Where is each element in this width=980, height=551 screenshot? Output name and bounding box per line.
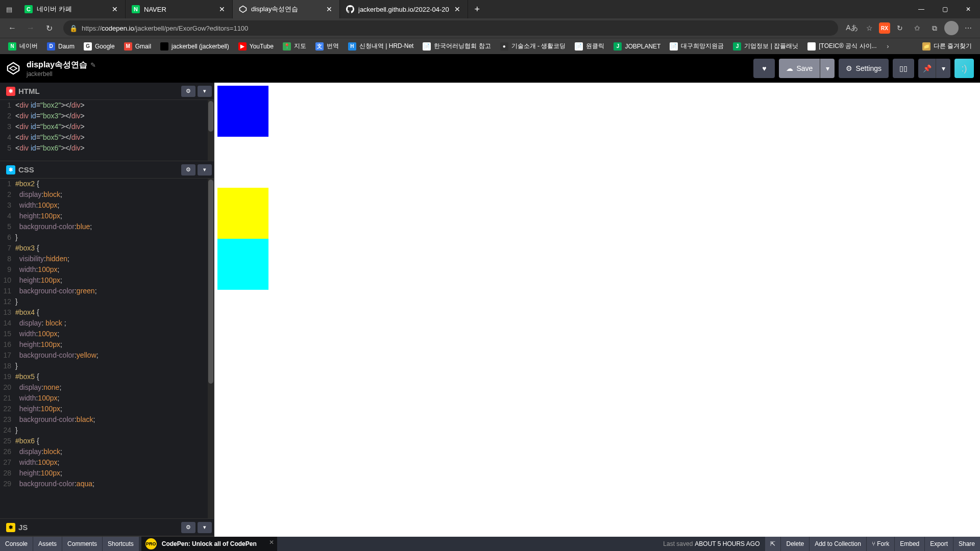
css-editor-label[interactable]: ✱ CSS [0, 161, 40, 178]
css-editor-body[interactable]: 1234567891011121314151617181920212223242… [0, 179, 214, 518]
css-scrollbar[interactable] [208, 179, 214, 518]
window-close-button[interactable]: ✕ [957, 0, 980, 18]
bookmark-item[interactable]: MGmail [120, 39, 155, 54]
bookmark-item[interactable]: [TOEIC® 공식 사이... [803, 39, 880, 54]
browser-tab[interactable]: C네이버 카페✕ [18, 0, 126, 18]
new-tab-button[interactable]: + [468, 4, 486, 15]
url-input[interactable]: 🔒 https://codepen.io/jackerbell/pen/Exor… [63, 20, 838, 36]
bookmark-item[interactable]: 📄대구희망지원금 [666, 39, 728, 54]
js-editor-header: ✱ JS ⚙ ▾ [0, 519, 214, 536]
tab-close-icon[interactable]: ✕ [453, 5, 461, 13]
export-button[interactable]: Export [925, 537, 953, 551]
tab-title: 네이버 카페 [37, 5, 107, 14]
bookmark-item[interactable]: ▶YouTube [234, 39, 278, 54]
svg-marker-0 [240, 6, 247, 13]
refresh-button[interactable]: ↻ [41, 20, 57, 36]
window-maximize-button[interactable]: ▢ [933, 0, 957, 18]
pin-options-button[interactable]: ▾ [936, 59, 950, 78]
browser-tab[interactable]: display속성연습✕ [233, 0, 340, 18]
bookmark-item[interactable]: 📍지도 [279, 39, 310, 54]
promo-close-button[interactable]: ✕ [269, 539, 274, 546]
codepen-logo-icon[interactable] [6, 61, 20, 76]
bookmark-item[interactable]: ●기술소개 - 생활코딩 [496, 39, 570, 54]
css-settings-button[interactable]: ⚙ [181, 164, 195, 176]
user-avatar[interactable]: :) [954, 59, 974, 78]
browser-addressbar: ← → ↻ 🔒 https://codepen.io/jackerbell/pe… [0, 18, 980, 38]
share-button[interactable]: Share [953, 537, 980, 551]
browser-tab[interactable]: jackerbell.github.io/2022-04-20✕ [340, 0, 468, 18]
bookmark-item[interactable]: GGoogle [80, 39, 119, 54]
bookmark-item[interactable]: J기업정보 | 잡플래닛 [729, 39, 802, 54]
edit-icon[interactable]: ✎ [90, 61, 96, 69]
heart-button[interactable]: ♥ [753, 59, 775, 78]
other-bookmarks-button[interactable]: 📁다른 즐겨찾기 [918, 39, 976, 54]
comments-button[interactable]: Comments [62, 537, 102, 551]
html-editor-label[interactable]: ✱ HTML [0, 83, 46, 99]
preview-pane [214, 83, 980, 537]
browser-tab[interactable]: NNAVER✕ [126, 0, 233, 18]
forward-button[interactable]: → [22, 20, 39, 36]
bookmark-item[interactable]: 📄원클릭 [571, 39, 608, 54]
bookmark-item[interactable]: 文번역 [311, 39, 343, 54]
bookmark-item[interactable]: N네이버 [4, 39, 42, 54]
pen-author[interactable]: jackerbell [27, 70, 96, 78]
css-editor-header: ✱ CSS ⚙ ▾ [0, 161, 214, 179]
save-button[interactable]: ☁ Save [779, 59, 820, 78]
save-options-button[interactable]: ▾ [820, 59, 835, 78]
settings-button[interactable]: ⚙ Settings [839, 59, 889, 78]
cloud-icon: ☁ [786, 64, 793, 72]
bookmark-label: 대구희망지원금 [681, 42, 724, 51]
pen-title[interactable]: display속성연습 [27, 60, 87, 70]
html-editor-body[interactable]: 12345 <div id="box2"></div><div id="box3… [0, 100, 214, 161]
embed-button[interactable]: Embed [895, 537, 924, 551]
bookmark-item[interactable]: H신청내역 | HRD-Net [344, 39, 418, 54]
html-scrollbar[interactable] [208, 100, 214, 161]
js-options-button[interactable]: ▾ [198, 522, 212, 533]
bookmark-item[interactable]: JJOBPLANET [609, 39, 665, 54]
bookmark-favicon-icon: 📄 [575, 42, 583, 51]
tab-actions-icon[interactable]: ▤ [0, 6, 18, 13]
js-settings-button[interactable]: ⚙ [181, 522, 195, 533]
bookmark-item[interactable]: 📄한국어러닝협회 참고 [419, 39, 495, 54]
bookmark-label: 번역 [327, 42, 339, 51]
bookmark-item[interactable]: jackerbell (jackerbell) [156, 39, 233, 54]
js-editor-label[interactable]: ✱ JS [0, 519, 34, 536]
promo-banner[interactable]: PRO CodePen: Unlock all of CodePen ✕ [141, 537, 277, 551]
html-options-button[interactable]: ▾ [198, 86, 212, 97]
favorites-star-icon[interactable]: ✩ [910, 20, 925, 36]
window-minimize-button[interactable]: — [910, 0, 933, 18]
shortcuts-button[interactable]: Shortcuts [103, 537, 139, 551]
extension-badge[interactable]: RX [879, 22, 890, 34]
menu-icon[interactable]: ⋯ [961, 20, 976, 36]
open-window-button[interactable]: ⇱ [765, 537, 780, 551]
browser-tabs: C네이버 카페✕NNAVER✕display속성연습✕jackerbell.gi… [18, 0, 468, 18]
profile-avatar[interactable] [944, 21, 959, 35]
assets-button[interactable]: Assets [33, 537, 62, 551]
back-button[interactable]: ← [4, 20, 20, 36]
favorite-icon[interactable]: ☆ [862, 20, 877, 36]
sync-icon[interactable]: ↻ [892, 20, 908, 36]
bookmark-item[interactable]: DDaum [43, 39, 79, 54]
bookmark-label: 네이버 [19, 42, 38, 51]
collections-icon[interactable]: ⧉ [927, 20, 942, 36]
bookmark-favicon-icon [160, 42, 168, 51]
add-collection-button[interactable]: Add to Collection [810, 537, 866, 551]
bookmark-favicon-icon: J [733, 42, 741, 51]
delete-button[interactable]: Delete [781, 537, 809, 551]
bookmark-favicon-icon: D [47, 42, 55, 51]
layout-button[interactable]: ▯▯ [893, 59, 914, 78]
pin-button[interactable]: 📌 [918, 59, 936, 78]
css-options-button[interactable]: ▾ [198, 164, 212, 176]
tab-close-icon[interactable]: ✕ [218, 5, 226, 13]
html-settings-button[interactable]: ⚙ [181, 86, 195, 97]
tab-close-icon[interactable]: ✕ [111, 5, 119, 13]
bookmark-favicon-icon: ● [500, 42, 508, 51]
tab-close-icon[interactable]: ✕ [325, 5, 333, 13]
bookmark-label: 기업정보 | 잡플래닛 [744, 42, 798, 51]
read-aloud-icon[interactable]: Aあ [844, 20, 860, 36]
bookmarks-overflow-button[interactable]: › [882, 42, 894, 50]
bookmark-favicon-icon: M [124, 42, 132, 51]
html-editor-header: ✱ HTML ⚙ ▾ [0, 83, 214, 100]
console-button[interactable]: Console [0, 537, 33, 551]
fork-button[interactable]: ⑂ Fork [867, 537, 894, 551]
